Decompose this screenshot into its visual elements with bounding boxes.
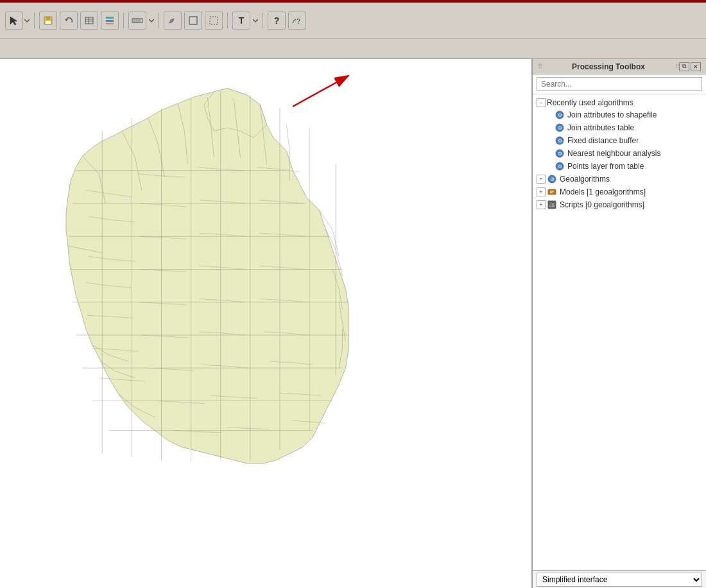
toolbox-close-button[interactable]: ✕ [691,62,701,71]
toolbox-window-buttons: ⧉ ✕ [679,62,701,71]
toolbox-tree: − Recently used algorithms ⚙ Join attrib… [533,94,706,570]
svg-text:⚙: ⚙ [558,112,562,118]
svg-text:⚙: ⚙ [558,164,562,169]
algo-points-layer[interactable]: ⚙ Points layer from table [533,160,706,173]
svg-rect-15 [189,17,197,24]
rwanda-map: .country { fill: #e8ecc0; stroke: #aaa99… [0,72,520,588]
toolbox-restore-button[interactable]: ⧉ [679,62,689,71]
annotation-button[interactable] [164,12,182,30]
scripts-expander[interactable]: + [537,200,546,209]
algo-icon-nearest-neighbour: ⚙ [555,148,565,159]
toolbar-sep-2 [123,13,124,28]
toolbar-sep-5 [263,13,263,28]
geoalgorithms-label: Geoalgorithms [560,175,610,184]
models-label: Models [1 geoalgorithms] [560,187,646,196]
whats-this-button[interactable]: ? [288,12,306,30]
save-button[interactable] [39,12,57,30]
interface-mode-select[interactable]: Simplified interface Advanced interface [537,573,702,587]
algo-join-shapefile[interactable]: ⚙ Join attributes to shapefile [533,108,706,121]
undo-button[interactable] [60,12,78,30]
algo-icon-join-shapefile: ⚙ [555,110,565,120]
attribute-table-button[interactable] [80,12,98,30]
svg-text:⚙: ⚙ [558,138,562,144]
algo-icon-points-layer: ⚙ [555,161,565,171]
svg-rect-16 [210,17,218,24]
measure-button[interactable] [128,12,146,30]
select-dropdown-arrow[interactable] [24,17,30,24]
algo-label-fixed-buffer: Fixed distance buffer [567,136,639,145]
scripts-icon: JS [547,200,557,210]
recently-used-label: Recently used algorithms [547,98,633,107]
toolbox-title-bar: ⠿ Processing Toolbox ⠿ ⧉ ✕ [533,59,706,74]
toolbox-title: Processing Toolbox [542,62,675,71]
toolbox-search-input[interactable] [537,77,702,91]
toolbar-sep-4 [227,13,228,28]
toolbox-search-container [533,74,706,94]
svg-rect-50 [548,189,556,195]
svg-text:JS: JS [549,203,555,207]
svg-text:⚙: ⚙ [558,151,562,157]
toolbar-group-select [5,12,30,30]
recently-used-section[interactable]: − Recently used algorithms [533,97,706,108]
algo-nearest-neighbour[interactable]: ⚙ Nearest neighbour analysis [533,147,706,160]
svg-text:⚙: ⚙ [558,125,562,131]
svg-text:?: ? [297,18,300,25]
models-expander[interactable]: + [537,187,546,196]
toolbar-sep-1 [34,13,35,28]
geoalgorithms-icon: ⚙ [547,174,557,184]
label-dropdown-arrow[interactable] [253,17,258,24]
help-button[interactable]: ? [268,12,286,30]
geoalgorithms-section[interactable]: + ⚙ Geoalgorithms [533,173,706,186]
algo-join-table[interactable]: ⚙ Join attributes table [533,121,706,134]
map-canvas[interactable]: .country { fill: #e8ecc0; stroke: #aaa99… [0,59,531,588]
algo-label-points-layer: Points layer from table [567,162,644,171]
layer-properties-button[interactable] [101,12,119,30]
algo-label-join-table: Join attributes table [567,123,634,132]
measure-dropdown-arrow[interactable] [149,17,154,24]
main-toolbar: T ? ? [0,3,706,39]
algo-label-nearest-neighbour: Nearest neighbour analysis [567,149,660,158]
algo-label-join-shapefile: Join attributes to shapefile [567,110,657,119]
svg-rect-1 [46,17,50,20]
svg-rect-9 [106,23,114,24]
recently-used-expander[interactable]: − [537,98,546,107]
select-tool-button[interactable] [5,12,23,30]
svg-text:⚙: ⚙ [550,177,555,182]
second-toolbar [0,39,706,59]
main-content-area: .country { fill: #e8ecc0; stroke: #aaa99… [0,59,706,588]
form-button[interactable] [184,12,202,30]
svg-rect-8 [106,20,114,22]
toolbox-bottom-bar: Simplified interface Advanced interface [533,570,706,588]
select-area-button[interactable] [205,12,223,30]
label-tool-button[interactable]: T [232,12,250,30]
algo-icon-join-table: ⚙ [555,123,565,133]
algo-fixed-buffer[interactable]: ⚙ Fixed distance buffer [533,134,706,147]
geoalgorithms-expander[interactable]: + [537,175,546,184]
svg-rect-3 [85,17,93,24]
svg-rect-2 [46,21,51,24]
toolbar-sep-3 [159,13,159,28]
scripts-section[interactable]: + JS Scripts [0 geoalgorithms] [533,198,706,211]
models-icon [547,187,557,197]
scripts-label: Scripts [0 geoalgorithms] [560,200,644,209]
algo-icon-fixed-buffer: ⚙ [555,135,565,146]
models-section[interactable]: + Models [1 geoalgorithms] [533,186,706,198]
svg-rect-7 [106,17,114,19]
svg-rect-10 [132,19,142,22]
processing-toolbox-panel: ⠿ Processing Toolbox ⠿ ⧉ ✕ − Recently us… [531,59,706,588]
